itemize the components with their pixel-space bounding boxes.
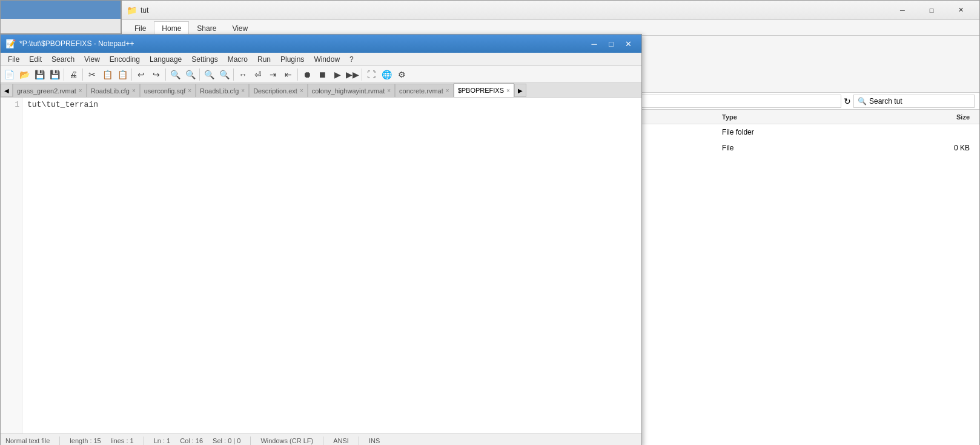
npp-title-text: *P:\tut\$PBOPREFIXS - Notepad++ xyxy=(19,39,134,48)
toolbar-macrorecord[interactable]: ⏺ xyxy=(300,67,314,82)
toolbar-fullscreen[interactable]: ⛶ xyxy=(364,67,379,82)
menu-edit[interactable]: Edit xyxy=(24,54,47,65)
toolbar-open[interactable]: 📂 xyxy=(17,67,31,82)
search-box[interactable]: 🔍 Search tut xyxy=(853,95,975,108)
tab-roadslib-cfg[interactable]: RoadsLib.cfg × xyxy=(87,84,140,97)
toolbar-cut[interactable]: ✂ xyxy=(85,67,99,82)
ribbon-tab-file[interactable]: File xyxy=(127,21,154,35)
tab-concrete-close[interactable]: × xyxy=(446,87,449,94)
notepad-window: 📝 *P:\tut\$PBOPREFIXS - Notepad++ ─ □ ✕ … xyxy=(0,34,642,445)
toolbar-copy[interactable]: 📋 xyxy=(100,67,114,82)
tab-concrete-rvmat[interactable]: concrete.rvmat × xyxy=(395,84,454,97)
toolbar-zoomin[interactable]: 🔍 xyxy=(202,67,216,82)
menu-encoding[interactable]: Encoding xyxy=(105,54,145,65)
toolbar-sep4 xyxy=(165,69,166,81)
tab-nav-right[interactable]: ▶ xyxy=(514,84,526,97)
toolbar-undo[interactable]: ↩ xyxy=(134,67,148,82)
npp-menubar: File Edit Search View Encoding Language … xyxy=(1,53,641,66)
tab-grass-green2-label: grass_green2.rvmat xyxy=(17,87,76,95)
menu-settings[interactable]: Settings xyxy=(187,54,222,65)
tab-roadslib2-label: RoadsLib.cfg xyxy=(200,87,239,95)
tab-colony-label: colony_highwayint.rvmat xyxy=(312,87,385,95)
npp-minimize-button[interactable]: ─ xyxy=(586,37,603,50)
tab-grass-green2[interactable]: grass_green2.rvmat × xyxy=(13,84,87,97)
fe-maximize-button[interactable]: □ xyxy=(918,4,945,16)
menu-language[interactable]: Language xyxy=(145,54,187,65)
menu-macro[interactable]: Macro xyxy=(223,54,253,65)
tab-userconfig-label: userconfig.sqf xyxy=(144,87,185,95)
menu-plugins[interactable]: Plugins xyxy=(276,54,309,65)
tab-roadslib-label: RoadsLib.cfg xyxy=(91,87,130,95)
tab-userconfig-close[interactable]: × xyxy=(188,87,191,94)
menu-help[interactable]: ? xyxy=(345,54,359,65)
toolbar-sep1 xyxy=(64,69,64,81)
tab-spboprefixs-close[interactable]: × xyxy=(506,87,510,94)
ribbon-tab-share[interactable]: Share xyxy=(189,21,224,35)
npp-tabs: ◀ grass_green2.rvmat × RoadsLib.cfg × us… xyxy=(1,83,641,98)
tab-description-close[interactable]: × xyxy=(300,87,303,94)
tab-grass-green2-close[interactable]: × xyxy=(79,87,82,94)
toolbar-paste[interactable]: 📋 xyxy=(115,67,130,82)
npp-app-icon: 📝 xyxy=(5,39,16,49)
ribbon-tab-view[interactable]: View xyxy=(224,21,256,35)
toolbar-sep5 xyxy=(199,69,200,81)
tab-colony-highway[interactable]: colony_highwayint.rvmat × xyxy=(308,84,395,97)
menu-window[interactable]: Window xyxy=(309,54,345,65)
toolbar-macrostop[interactable]: ⏹ xyxy=(315,67,329,82)
toolbar-post[interactable]: 🌐 xyxy=(379,67,394,82)
toolbar-settings[interactable]: ⚙ xyxy=(394,67,409,82)
status-sep3 xyxy=(250,437,251,445)
toolbar-indent[interactable]: ⇥ xyxy=(266,67,280,82)
status-sep1 xyxy=(59,437,60,445)
col-size[interactable]: Size xyxy=(859,113,975,121)
line-numbers: 1 xyxy=(1,98,22,433)
fe-title-text: tut xyxy=(141,6,148,15)
fe-title-left: 📁 tut xyxy=(127,5,148,15)
menu-search[interactable]: Search xyxy=(47,54,79,65)
toolbar-saveall[interactable]: 💾 xyxy=(47,67,62,82)
fe-close-button[interactable]: ✕ xyxy=(947,4,975,16)
toolbar-zoomout[interactable]: 🔍 xyxy=(217,67,231,82)
toolbar-find[interactable]: 🔍 xyxy=(168,67,182,82)
npp-title-left: 📝 *P:\tut\$PBOPREFIXS - Notepad++ xyxy=(5,39,134,49)
toolbar-save[interactable]: 💾 xyxy=(32,67,47,82)
toolbar-wordwrap[interactable]: ⏎ xyxy=(251,67,265,82)
status-ln: Ln : 1 xyxy=(154,437,171,444)
menu-file[interactable]: File xyxy=(3,54,24,65)
tab-spboprefixs[interactable]: $PBOPREFIXS × xyxy=(454,83,514,97)
col-type[interactable]: Type xyxy=(722,113,859,121)
toolbar-new[interactable]: 📄 xyxy=(2,67,16,82)
tab-description-ext[interactable]: Description.ext × xyxy=(249,84,308,97)
status-lines: lines : 1 xyxy=(111,437,134,444)
toolbar-macrorun[interactable]: ▶▶ xyxy=(345,67,360,82)
background-window xyxy=(0,0,121,34)
npp-editor[interactable]: 1 tut\tut_terrain xyxy=(1,98,641,433)
search-text: Search tut xyxy=(869,97,902,105)
npp-maximize-button[interactable]: □ xyxy=(603,37,620,50)
tab-roadslib-close[interactable]: × xyxy=(132,87,136,94)
tab-nav-left[interactable]: ◀ xyxy=(1,84,13,97)
status-encoding: ANSI xyxy=(333,437,349,444)
toolbar-unindent[interactable]: ⇤ xyxy=(281,67,296,82)
tab-userconfig-sqf[interactable]: userconfig.sqf × xyxy=(140,84,196,97)
toolbar-redo[interactable]: ↪ xyxy=(149,67,164,82)
menu-view[interactable]: View xyxy=(79,54,105,65)
tab-description-label: Description.ext xyxy=(253,87,297,95)
toolbar-print[interactable]: 🖨 xyxy=(66,67,81,82)
toolbar-synch[interactable]: ↔ xyxy=(236,67,250,82)
tab-roadslib2-close[interactable]: × xyxy=(241,87,245,94)
refresh-icon[interactable]: ↻ xyxy=(844,96,851,106)
code-area[interactable]: tut\tut_terrain xyxy=(22,98,641,433)
toolbar-replace[interactable]: 🔍 xyxy=(183,67,197,82)
npp-win-controls: ─ □ ✕ xyxy=(586,37,637,50)
menu-run[interactable]: Run xyxy=(253,54,276,65)
toolbar-sep2 xyxy=(82,69,83,81)
toolbar-macroplay[interactable]: ▶ xyxy=(330,67,345,82)
status-file-type: Normal text file xyxy=(5,437,50,444)
tab-roadslib-cfg2[interactable]: RoadsLib.cfg × xyxy=(196,84,249,97)
npp-close-button[interactable]: ✕ xyxy=(620,37,637,50)
status-sel: Sel : 0 | 0 xyxy=(213,437,240,444)
status-mode: INS xyxy=(369,437,380,444)
fe-minimize-button[interactable]: ─ xyxy=(889,4,916,16)
tab-colony-close[interactable]: × xyxy=(387,87,391,94)
